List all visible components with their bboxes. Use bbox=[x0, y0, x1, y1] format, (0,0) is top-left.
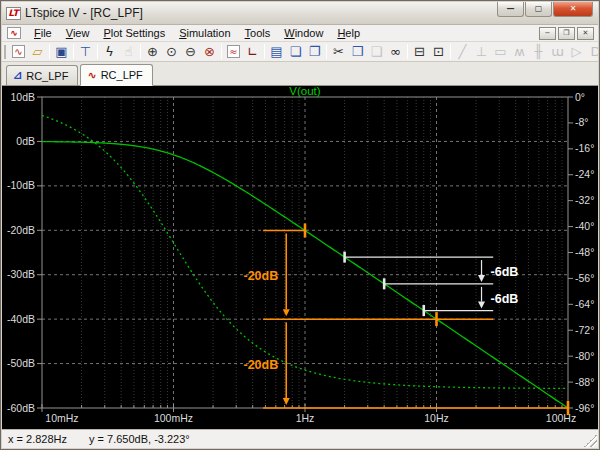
right-tick-label: 0° bbox=[575, 91, 585, 103]
tile-vertically-button[interactable]: ❐ bbox=[305, 43, 324, 61]
cut-button[interactable]: ✂ bbox=[329, 43, 348, 61]
menubar: ∿ FileViewPlot SettingsSimulationToolsWi… bbox=[2, 25, 598, 42]
toolbar-separator bbox=[73, 44, 74, 59]
close-button[interactable]: ✕ bbox=[553, 2, 593, 17]
tile-horizontally-icon: ▤ bbox=[270, 44, 282, 60]
mdi-restore-button[interactable]: ❐ bbox=[558, 27, 575, 40]
decade-arrow-label: -20dB bbox=[244, 358, 279, 372]
zoom-out-button[interactable]: ⊖ bbox=[181, 43, 200, 61]
tabbar: ⊿RC_LPF∿RC_LPF bbox=[2, 62, 598, 86]
plot-settings-icon: ∟ bbox=[247, 44, 258, 60]
menu-file[interactable]: File bbox=[27, 26, 59, 40]
print-preview-button[interactable]: ⊟ bbox=[410, 43, 429, 61]
ltspice-window: LT LTspice IV - [RC_LPF] —▢✕ ∿ FileViewP… bbox=[0, 0, 600, 450]
tab-label: RC_LPF bbox=[101, 69, 143, 81]
right-tick-label: -64° bbox=[575, 298, 594, 310]
bottom-tick-label: 10mHz bbox=[45, 412, 78, 424]
plot-settings-button[interactable]: ∟ bbox=[243, 43, 262, 61]
place-component-icon: D bbox=[590, 44, 598, 60]
bottom-tick-label: 100mHz bbox=[154, 412, 193, 424]
right-tick-label: -32° bbox=[575, 194, 594, 206]
save-button[interactable]: ▣ bbox=[52, 43, 71, 61]
left-tick-label: 10dB bbox=[10, 91, 35, 103]
cut-icon: ✂ bbox=[333, 44, 344, 60]
place-diode-button[interactable]: ▷ bbox=[567, 43, 586, 61]
maximize-button[interactable]: ▢ bbox=[525, 2, 552, 17]
window-title: LTspice IV - [RC_LPF] bbox=[25, 6, 143, 20]
titlebar: LT LTspice IV - [RC_LPF] —▢✕ bbox=[2, 2, 598, 25]
tab-label: RC_LPF bbox=[26, 70, 68, 82]
zoom-in-icon: ⊕ bbox=[147, 44, 158, 60]
cascade-windows-button[interactable]: ❏ bbox=[286, 43, 305, 61]
paste-button[interactable]: ❑ bbox=[367, 43, 386, 61]
trace-label-vout[interactable]: V(out) bbox=[289, 86, 320, 97]
menu-view[interactable]: View bbox=[59, 26, 97, 40]
menu-simulation[interactable]: Simulation bbox=[172, 26, 237, 40]
octave-arrow-label: -6dB bbox=[491, 292, 519, 306]
place-ground-button[interactable]: ⊥ bbox=[472, 43, 491, 61]
draw-wire-button[interactable]: ╱ bbox=[453, 43, 472, 61]
tile-horizontally-button[interactable]: ▤ bbox=[267, 43, 286, 61]
toolbar-separator bbox=[264, 44, 265, 59]
cursor-x-readout: x = 2.828Hz bbox=[8, 433, 67, 445]
print-button[interactable]: ⊡ bbox=[429, 43, 448, 61]
place-resistor-button[interactable]: ʍ bbox=[510, 43, 529, 61]
zoom-in-button[interactable]: ⊕ bbox=[143, 43, 162, 61]
find-button[interactable]: ∞ bbox=[386, 43, 405, 61]
menu-tools[interactable]: Tools bbox=[238, 26, 278, 40]
run-simulation-button[interactable]: ϟ bbox=[100, 43, 119, 61]
right-tick-label: -96° bbox=[575, 402, 594, 414]
open-file-icon: ▱ bbox=[33, 44, 43, 60]
net-label-button[interactable]: ▭ bbox=[491, 43, 510, 61]
resize-grip[interactable] bbox=[584, 434, 597, 447]
new-schematic-icon: ∿ bbox=[12, 45, 24, 58]
left-tick-label: -50dB bbox=[7, 357, 35, 369]
toolbar: ∿▱▣⊤ϟ☝⊕⊙⊖⊗≈∟▤❏❐✂❒❑∞⊟⊡╱⊥▭ʍ╫ɯ▷D✛✥ bbox=[2, 42, 598, 62]
decade-arrow-label: -20dB bbox=[244, 269, 279, 283]
copy-button[interactable]: ❒ bbox=[348, 43, 367, 61]
mdi-window-buttons: −❐✕ bbox=[539, 27, 594, 40]
right-tick-label: -16° bbox=[575, 142, 594, 154]
zoom-out-icon: ⊖ bbox=[185, 44, 196, 60]
autorange-y-axis-button[interactable]: ≈ bbox=[224, 43, 243, 61]
control-panel-button[interactable]: ⊤ bbox=[76, 43, 95, 61]
copy-icon: ❒ bbox=[352, 44, 364, 60]
zoom-full-extents-button[interactable]: ⊗ bbox=[200, 43, 219, 61]
toolbar-separator bbox=[140, 44, 141, 59]
place-capacitor-button[interactable]: ╫ bbox=[529, 43, 548, 61]
right-tick-label: -8° bbox=[575, 116, 589, 128]
right-tick-label: -88° bbox=[575, 376, 594, 388]
place-resistor-icon: ʍ bbox=[514, 44, 525, 60]
halt-simulation-button[interactable]: ☝ bbox=[119, 43, 138, 61]
left-tick-label: -20dB bbox=[7, 224, 35, 236]
window-buttons: —▢✕ bbox=[497, 2, 593, 17]
right-tick-label: -48° bbox=[575, 246, 594, 258]
mdi-minimize-button[interactable]: − bbox=[539, 27, 556, 40]
autorange-y-axis-icon: ≈ bbox=[227, 45, 239, 58]
place-component-button[interactable]: D bbox=[586, 43, 598, 61]
left-tick-label: -40dB bbox=[7, 313, 35, 325]
left-tick-label: -10dB bbox=[7, 179, 35, 191]
mdi-close-button[interactable]: ✕ bbox=[577, 27, 594, 40]
left-tick-label: 0dB bbox=[16, 135, 35, 147]
octave-arrow-label: -6dB bbox=[491, 265, 519, 279]
toolbar-grip[interactable] bbox=[4, 45, 6, 59]
toolbar-separator bbox=[221, 44, 222, 59]
tab-rc_lpf-1[interactable]: ∿RC_LPF bbox=[80, 64, 152, 86]
control-panel-icon: ⊤ bbox=[80, 44, 91, 60]
statusbar: x = 2.828Hz y = 7.650dB, -3.223° bbox=[2, 429, 598, 448]
minimize-button[interactable]: — bbox=[497, 2, 524, 17]
place-inductor-icon: ɯ bbox=[551, 44, 564, 60]
print-icon: ⊡ bbox=[433, 44, 444, 60]
menu-help[interactable]: Help bbox=[330, 26, 367, 40]
menu-window[interactable]: Window bbox=[277, 26, 330, 40]
zoom-back-button[interactable]: ⊙ bbox=[162, 43, 181, 61]
new-schematic-button[interactable]: ∿ bbox=[9, 43, 28, 61]
tab-rc_lpf-0[interactable]: ⊿RC_LPF bbox=[6, 65, 78, 85]
menu-plot-settings[interactable]: Plot Settings bbox=[96, 26, 172, 40]
waveform-pane[interactable]: 10dB0dB-10dB-20dB-30dB-40dB-50dB-60dB0°-… bbox=[2, 86, 598, 429]
place-inductor-button[interactable]: ɯ bbox=[548, 43, 567, 61]
open-file-button[interactable]: ▱ bbox=[28, 43, 47, 61]
net-label-icon: ▭ bbox=[494, 44, 506, 60]
cascade-windows-icon: ❏ bbox=[290, 44, 302, 60]
